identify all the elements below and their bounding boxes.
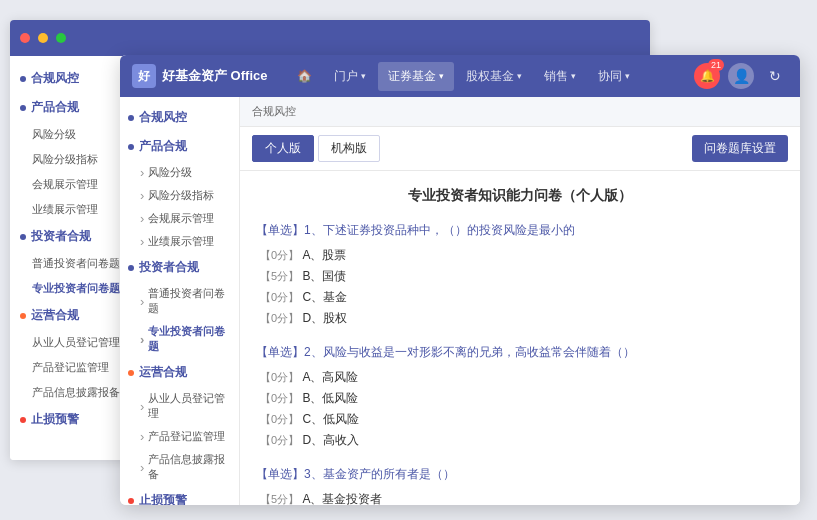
question-3: 【单选】3、基金资产的所有者是（） 【5分】 A、基金投资者 【0分】 B、基金…: [256, 465, 784, 505]
sidebar-compliance-label: 合规风控: [139, 109, 187, 126]
red-dot-icon: [20, 417, 26, 423]
nav-portal-chevron: ▾: [361, 71, 366, 81]
front-body: 合规风控 产品合规 风险分级 风险分级指标 会规展示管理 业绩展示管理 投资者合…: [120, 97, 800, 505]
front-main: 合规风控 个人版 机构版 问卷题库设置 专业投资者知识能力问卷（个人版） 【单选…: [240, 97, 800, 505]
sidebar-sub-info[interactable]: 产品信息披露报备: [120, 448, 239, 486]
sidebar-group-product[interactable]: 产品合规: [120, 132, 239, 161]
sidebar-sub-perf[interactable]: 业绩展示管理: [120, 230, 239, 253]
front-window: 好 好基金资产 Office 🏠 门户 ▾ 证券基金 ▾ 股权基金 ▾ 销售 ▾…: [120, 55, 800, 505]
sidebar-group-investor[interactable]: 投资者合规: [120, 253, 239, 282]
sidebar-sub-product-r[interactable]: 产品登记监管理: [120, 425, 239, 448]
q3-opt-a: 【5分】 A、基金投资者: [256, 491, 784, 505]
q1-opt-b: 【5分】 B、国债: [256, 268, 784, 285]
q1-opt-c: 【0分】 C、基金: [256, 289, 784, 306]
nav-sales-label: 销售: [544, 68, 568, 85]
nav-home[interactable]: 🏠: [287, 63, 322, 89]
content-toolbar: 个人版 机构版 问卷题库设置: [240, 127, 800, 171]
nav-securities-chevron: ▾: [439, 71, 444, 81]
nav-equity[interactable]: 股权基金 ▾: [456, 62, 532, 91]
sidebar-stop-label: 止损预警: [139, 492, 187, 505]
header-right: 🔔 21 👤 ↻: [694, 63, 788, 89]
sidebar-ops-label: 运营合规: [139, 364, 187, 381]
user-icon[interactable]: 👤: [728, 63, 754, 89]
nav-equity-label: 股权基金: [466, 68, 514, 85]
breadcrumb: 合规风控: [240, 97, 800, 127]
sidebar-sub-risk[interactable]: 风险分级: [120, 161, 239, 184]
q2-stem: 【单选】2、风险与收益是一对形影不离的兄弟，高收益常会伴随着（）: [256, 343, 784, 361]
breadcrumb-text: 合规风控: [252, 104, 296, 119]
nav-securities[interactable]: 证券基金 ▾: [378, 62, 454, 91]
nav-collab[interactable]: 协同 ▾: [588, 62, 640, 91]
nav-collab-label: 协同: [598, 68, 622, 85]
questionnaire-settings-button[interactable]: 问卷题库设置: [692, 135, 788, 162]
blue-s-dot2: [128, 144, 134, 150]
blue-s-dot3: [128, 265, 134, 271]
questionnaire-content: 专业投资者知识能力问卷（个人版） 【单选】1、下述证券投资品种中，（）的投资风险…: [240, 171, 800, 505]
q1-opt-d: 【0分】 D、股权: [256, 310, 784, 327]
tab-institution[interactable]: 机构版: [318, 135, 380, 162]
questionnaire-title: 专业投资者知识能力问卷（个人版）: [256, 187, 784, 205]
logo-text: 好基金资产 Office: [162, 67, 267, 85]
nav-collab-chevron: ▾: [625, 71, 630, 81]
q1-opt-a: 【0分】 A、股票: [256, 247, 784, 264]
tab-personal[interactable]: 个人版: [252, 135, 314, 162]
notification-count: 21: [708, 59, 724, 71]
refresh-icon[interactable]: ↻: [762, 63, 788, 89]
blue-dot-icon3: [20, 234, 26, 240]
back-group-compliance-label: 合规风控: [31, 70, 79, 87]
back-group-stop-label: 止损预警: [31, 411, 79, 428]
nav-portal-label: 门户: [334, 68, 358, 85]
version-tabs: 个人版 机构版: [252, 135, 380, 162]
sidebar-group-ops[interactable]: 运营合规: [120, 358, 239, 387]
q3-stem: 【单选】3、基金资产的所有者是（）: [256, 465, 784, 483]
sidebar-sub-show[interactable]: 会规展示管理: [120, 207, 239, 230]
sidebar-sub-personnel[interactable]: 从业人员登记管理: [120, 387, 239, 425]
close-dot: [20, 33, 30, 43]
minimize-dot: [38, 33, 48, 43]
back-group-ops-label: 运营合规: [31, 307, 79, 324]
q2-opt-c: 【0分】 C、低风险: [256, 411, 784, 428]
sidebar-sub-normal-q[interactable]: 普通投资者问卷题: [120, 282, 239, 320]
front-nav: 🏠 门户 ▾ 证券基金 ▾ 股权基金 ▾ 销售 ▾ 协同 ▾: [287, 62, 682, 91]
blue-dot-icon: [20, 76, 26, 82]
sidebar-group-stop[interactable]: 止损预警: [120, 486, 239, 505]
back-window-titlebar: [10, 20, 650, 56]
question-1: 【单选】1、下述证券投资品种中，（）的投资风险是最小的 【0分】 A、股票 【5…: [256, 221, 784, 327]
sidebar-sub-pro-q[interactable]: 专业投资者问卷题: [120, 320, 239, 358]
nav-equity-chevron: ▾: [517, 71, 522, 81]
logo-area: 好 好基金资产 Office: [132, 64, 267, 88]
red-s-dot: [128, 498, 134, 504]
q2-opt-d: 【0分】 D、高收入: [256, 432, 784, 449]
sidebar-sub-risk-index[interactable]: 风险分级指标: [120, 184, 239, 207]
sidebar-product-label: 产品合规: [139, 138, 187, 155]
logo-icon: 好: [132, 64, 156, 88]
blue-dot-icon2: [20, 105, 26, 111]
notification-bell[interactable]: 🔔 21: [694, 63, 720, 89]
maximize-dot: [56, 33, 66, 43]
q2-opt-b: 【0分】 B、低风险: [256, 390, 784, 407]
nav-securities-label: 证券基金: [388, 68, 436, 85]
blue-s-dot: [128, 115, 134, 121]
sidebar-group-compliance[interactable]: 合规风控: [120, 103, 239, 132]
orange-dot-icon: [20, 313, 26, 319]
nav-portal[interactable]: 门户 ▾: [324, 62, 376, 91]
back-group-investor-label: 投资者合规: [31, 228, 91, 245]
front-header: 好 好基金资产 Office 🏠 门户 ▾ 证券基金 ▾ 股权基金 ▾ 销售 ▾…: [120, 55, 800, 97]
q1-stem: 【单选】1、下述证券投资品种中，（）的投资风险是最小的: [256, 221, 784, 239]
nav-sales[interactable]: 销售 ▾: [534, 62, 586, 91]
back-group-product-label: 产品合规: [31, 99, 79, 116]
q2-opt-a: 【0分】 A、高风险: [256, 369, 784, 386]
sidebar-investor-label: 投资者合规: [139, 259, 199, 276]
question-2: 【单选】2、风险与收益是一对形影不离的兄弟，高收益常会伴随着（） 【0分】 A、…: [256, 343, 784, 449]
nav-sales-chevron: ▾: [571, 71, 576, 81]
orange-s-dot: [128, 370, 134, 376]
front-sidebar: 合规风控 产品合规 风险分级 风险分级指标 会规展示管理 业绩展示管理 投资者合…: [120, 97, 240, 505]
